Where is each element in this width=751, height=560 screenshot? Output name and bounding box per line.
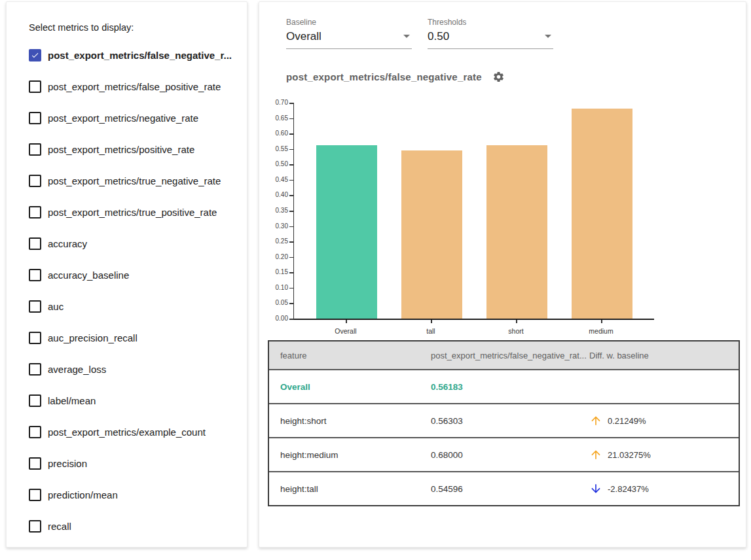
bar-Overall[interactable] [316,145,377,319]
metric-checkbox-item[interactable]: post_export_metrics/true_positive_rate [29,196,240,228]
diff-value: 21.03275% [608,450,651,460]
checkbox-icon[interactable] [29,426,41,438]
metric-label: recall [48,521,71,532]
y-axis-tick-label: 0.50 [259,160,288,168]
metric-label: post_export_metrics/example_count [48,427,206,438]
fairness-results-panel: Baseline Overall Thresholds 0.50 post_ex… [259,1,746,548]
diff-value: -2.82437% [608,484,649,494]
metric-label: auc_precision_recall [48,332,137,343]
checkbox-icon[interactable] [29,300,41,313]
col-header-feature: feature [269,351,420,360]
metric-checkbox-item[interactable]: auc_precision_recall [29,322,240,353]
diff-arrow-icon [589,448,602,461]
value-cell: 0.56303 [420,416,585,426]
y-axis-tick-mark [289,133,293,135]
y-axis-tick-label: 0.65 [259,114,288,122]
thresholds-select-label: Thresholds [428,18,553,27]
checkbox-icon[interactable] [29,457,41,470]
checkbox-icon[interactable] [29,112,41,124]
checkbox-icon[interactable] [29,269,41,281]
checkbox-icon[interactable] [29,143,41,156]
bar-short[interactable] [486,145,547,319]
bar-tall[interactable] [401,150,462,319]
checkbox-icon[interactable] [29,489,41,501]
thresholds-select[interactable]: Thresholds 0.50 [428,18,553,49]
metrics-table: feature post_export_metrics/false_negati… [268,340,740,506]
y-axis-tick-label: 0.05 [259,299,288,307]
chart-plot-area [293,103,654,320]
x-axis-tick-label: short [477,327,555,335]
table-header-row: feature post_export_metrics/false_negati… [269,341,739,369]
metric-checkbox-item[interactable]: average_loss [29,353,240,385]
table-row: height:medium 0.68000 21.03275% [269,437,739,471]
metric-checkbox-item[interactable]: post_export_metrics/true_negative_rate [29,165,240,196]
col-header-diff: Diff. w. baseline [585,351,739,360]
metric-list: post_export_metrics/false_negative_r... … [29,39,240,542]
metric-checkbox-item[interactable]: accuracy [29,228,240,259]
diff-arrow-icon [589,414,602,427]
metric-checkbox-item[interactable]: post_export_metrics/false_positive_rate [29,71,240,102]
chart-header: post_export_metrics/false_negative_rate [286,71,505,83]
checkbox-icon[interactable] [29,206,41,219]
gear-icon[interactable] [492,71,505,83]
checkbox-icon[interactable] [29,363,41,376]
x-axis-tick-mark [431,320,432,323]
value-cell: 0.56183 [420,382,585,392]
y-axis-tick-label: 0.70 [259,99,288,107]
diff-value: 0.21249% [608,416,646,426]
checkbox-icon[interactable] [29,520,41,533]
checkbox-icon[interactable] [29,49,41,61]
x-axis-tick-label: tall [392,327,470,335]
y-axis-tick-mark [289,149,293,150]
y-axis-tick-label: 0.25 [259,237,288,245]
chart-title: post_export_metrics/false_negative_rate [286,71,482,82]
y-axis-tick-mark [289,103,293,104]
metric-label: auc [48,301,64,312]
x-axis-tick-mark [516,320,517,323]
checkbox-icon[interactable] [29,175,41,187]
x-axis-tick-mark [601,320,602,323]
metric-checkbox-item[interactable]: label/mean [29,385,240,416]
chevron-down-icon [403,35,410,38]
baseline-select-value: Overall [286,30,321,43]
bar-medium[interactable] [572,109,632,319]
feature-cell: height:medium [269,450,420,460]
metric-label: post_export_metrics/false_negative_r... [48,50,232,61]
metric-checkbox-item[interactable]: auc [29,290,240,322]
y-axis-tick-label: 0.40 [259,191,288,199]
metric-checkbox-item[interactable]: post_export_metrics/positive_rate [29,133,240,165]
metric-label: precision [48,458,87,469]
metric-checkbox-item[interactable]: recall [29,510,240,542]
y-axis-tick-label: 0.10 [259,284,288,292]
feature-cell: height:short [269,416,420,426]
y-axis-tick-label: 0.15 [259,268,288,276]
diff-arrow-icon [589,482,602,495]
metric-label: post_export_metrics/true_positive_rate [48,207,217,218]
metric-label: post_export_metrics/false_positive_rate [48,81,221,92]
y-axis-tick-mark [289,272,293,273]
table-row: Overall 0.56183 [269,369,739,403]
y-axis-tick-mark [289,118,293,120]
metric-checkbox-item[interactable]: accuracy_baseline [29,259,240,290]
checkbox-icon[interactable] [29,237,41,250]
metric-checkbox-item[interactable]: prediction/mean [29,479,240,510]
checkbox-icon[interactable] [29,394,41,407]
y-axis-tick-mark [289,303,293,304]
metric-label: post_export_metrics/positive_rate [48,144,194,155]
baseline-select[interactable]: Baseline Overall [286,18,412,49]
checkmark-icon [31,51,39,60]
checkbox-icon[interactable] [29,332,41,344]
baseline-select-value-row[interactable]: Overall [286,29,412,49]
metric-checkbox-item[interactable]: post_export_metrics/false_negative_r... [29,39,240,71]
metric-checkbox-item[interactable]: precision [29,447,240,479]
checkbox-icon[interactable] [29,80,41,93]
thresholds-select-value-row[interactable]: 0.50 [428,29,553,49]
x-axis-tick-label: medium [562,327,640,335]
metric-checkbox-item[interactable]: post_export_metrics/example_count [29,416,240,447]
diff-cell: -2.82437% [585,482,739,495]
y-axis-tick-mark [289,288,293,289]
metric-label: accuracy_baseline [48,270,129,281]
y-axis-tick-label: 0.60 [259,130,288,137]
table-row: height:short 0.56303 0.21249% [269,403,739,437]
metric-checkbox-item[interactable]: post_export_metrics/negative_rate [29,102,240,133]
